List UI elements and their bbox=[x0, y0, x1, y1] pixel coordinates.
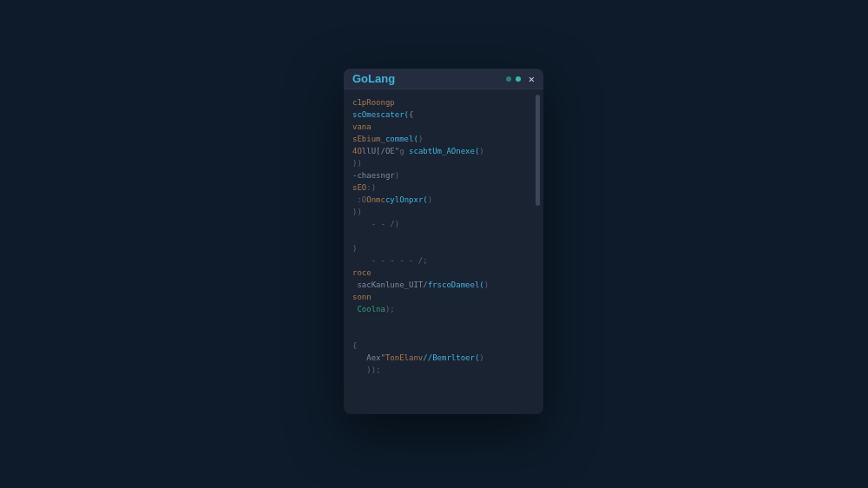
code-token: sEbium_ bbox=[352, 135, 385, 143]
code-token: { bbox=[352, 341, 357, 350]
code-token: ) bbox=[352, 244, 357, 253]
code-token: 4O bbox=[352, 147, 362, 155]
code-line[interactable]: - - /) bbox=[352, 218, 535, 230]
code-line[interactable]: sEbium_commel() bbox=[352, 133, 535, 145]
close-icon[interactable]: ✕ bbox=[529, 74, 535, 84]
code-line[interactable] bbox=[352, 327, 535, 340]
code-token: -chaesngr bbox=[352, 171, 395, 180]
code-token: ); bbox=[385, 305, 395, 313]
code-token: scOmescater( bbox=[352, 110, 409, 119]
code-token: ) bbox=[484, 280, 489, 289]
code-token: frscoDameel( bbox=[428, 280, 484, 289]
code-token: )); bbox=[352, 366, 381, 374]
code-editor[interactable]: c1pRoongpscOmescater({vanasEbium_commel(… bbox=[344, 89, 543, 414]
code-token: ) bbox=[479, 353, 483, 362]
code-token: ) bbox=[395, 171, 399, 180]
code-token: vana bbox=[352, 122, 372, 131]
code-token: llU[/OE" bbox=[362, 147, 399, 155]
code-token: Coolna bbox=[352, 305, 385, 313]
code-token: ) bbox=[418, 135, 423, 143]
code-token: Aex" bbox=[352, 353, 385, 362]
scrollbar-thumb[interactable] bbox=[536, 95, 540, 206]
code-line[interactable]: )) bbox=[352, 206, 535, 218]
scrollbar-track[interactable] bbox=[536, 95, 540, 409]
code-line[interactable]: { bbox=[352, 340, 535, 352]
code-line[interactable]: )) bbox=[352, 157, 535, 169]
code-line[interactable]: roce bbox=[352, 267, 535, 279]
code-line[interactable]: ) bbox=[352, 242, 535, 254]
code-token: cylOnpxr( bbox=[385, 195, 428, 204]
code-line[interactable]: Coolna); bbox=[352, 303, 535, 315]
code-line[interactable]: sacKanlune_UIT/frscoDameel() bbox=[352, 279, 535, 291]
code-token: ) bbox=[479, 147, 483, 155]
code-token: g bbox=[399, 147, 409, 155]
code-token: { bbox=[409, 110, 413, 119]
code-token: roce bbox=[352, 268, 372, 277]
code-line[interactable]: -chaesngr) bbox=[352, 169, 535, 181]
code-line[interactable] bbox=[352, 315, 535, 327]
code-token: ) bbox=[428, 195, 432, 204]
code-token: :) bbox=[366, 183, 376, 192]
code-token: scabtUm_AOnexe( bbox=[409, 147, 479, 155]
code-window: GoLang ✕ c1pRoongpscOmescater({vanasEbiu… bbox=[344, 69, 543, 414]
code-token: :O bbox=[352, 195, 366, 204]
code-line[interactable]: sonn bbox=[352, 291, 535, 303]
code-line[interactable]: Aex"TonElanv//Bemrltoer() bbox=[352, 352, 535, 364]
code-line[interactable]: 4OllU[/OE"g scabtUm_AOnexe() bbox=[352, 145, 535, 157]
code-token: )) bbox=[352, 159, 362, 168]
code-token: c1pRoongp bbox=[352, 98, 395, 107]
code-token: sEO bbox=[352, 183, 366, 192]
code-token: commel( bbox=[385, 135, 418, 143]
window-dot-maximize[interactable] bbox=[516, 76, 521, 82]
window-controls: ✕ bbox=[506, 74, 535, 84]
code-line[interactable]: :OOnmccylOnpxr() bbox=[352, 194, 535, 206]
window-title: GoLang bbox=[352, 72, 395, 85]
code-token: sacKanlune_UIT/ bbox=[352, 280, 428, 289]
code-line[interactable]: scOmescater({ bbox=[352, 109, 535, 121]
code-token: )) bbox=[352, 208, 362, 216]
window-dot-minimize[interactable] bbox=[506, 76, 511, 82]
code-line[interactable]: )); bbox=[352, 364, 535, 376]
code-token: TonElanv bbox=[385, 353, 423, 362]
code-line[interactable]: sEO:) bbox=[352, 181, 535, 194]
code-line[interactable]: c1pRoongp bbox=[352, 96, 535, 109]
code-line[interactable]: vana bbox=[352, 121, 535, 133]
code-token: - - - - - /; bbox=[352, 256, 428, 265]
code-token: - - /) bbox=[352, 220, 399, 228]
code-token: //Bemrltoer( bbox=[423, 353, 479, 362]
titlebar[interactable]: GoLang ✕ bbox=[344, 69, 543, 89]
code-line[interactable]: - - - - - /; bbox=[352, 254, 535, 267]
code-line[interactable] bbox=[352, 230, 535, 242]
code-token: sonn bbox=[352, 293, 372, 301]
code-token: Onmc bbox=[366, 195, 385, 204]
